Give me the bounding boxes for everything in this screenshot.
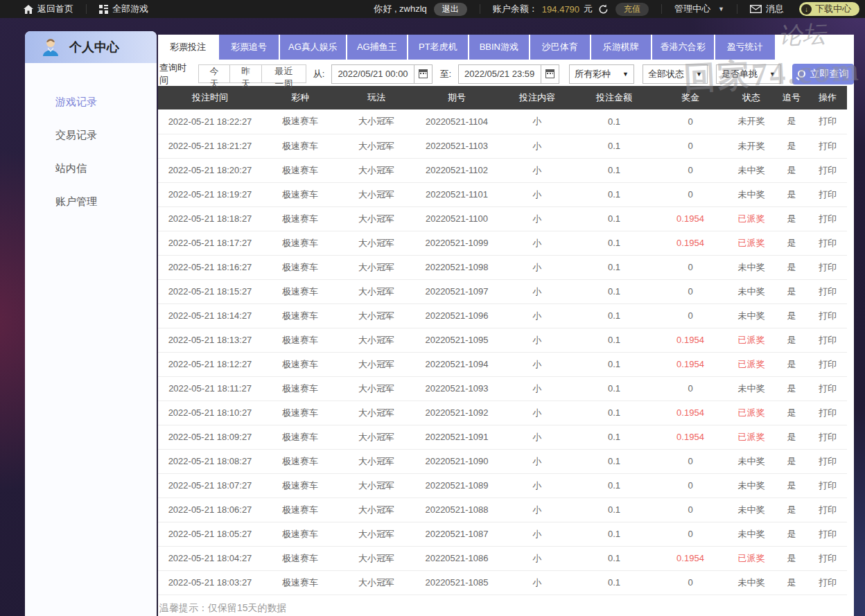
issue-number: 20220521-1089 <box>414 473 499 498</box>
print-link[interactable]: 打印 <box>808 546 847 570</box>
prize-amount: 0 <box>653 109 728 134</box>
home-link[interactable]: 返回首页 <box>24 3 73 15</box>
refresh-icon[interactable] <box>598 4 609 15</box>
print-link[interactable]: 打印 <box>808 206 847 231</box>
bet-time: 2022-05-21 18:15:27 <box>158 279 262 303</box>
print-link[interactable]: 打印 <box>808 401 847 425</box>
filter-select[interactable]: 所有彩种▼ <box>569 64 634 84</box>
table-header-row: 投注时间彩种玩法期号投注内容投注金额奖金状态追号操作 <box>158 86 847 109</box>
play-type: 大小冠军 <box>338 473 414 498</box>
admin-center-menu[interactable]: 管理中心 ▼ <box>674 3 724 15</box>
lottery-type: 极速赛车 <box>262 401 338 425</box>
topbar-divider <box>86 4 87 14</box>
lottery-type: 极速赛车 <box>262 134 338 158</box>
bet-content: 小 <box>499 401 575 425</box>
status-badge: 已派奖 <box>728 401 775 425</box>
lottery-type: 极速赛车 <box>262 328 338 352</box>
print-link[interactable]: 打印 <box>808 255 847 279</box>
prize-amount: 0 <box>653 473 728 498</box>
tab-item[interactable]: AG捕鱼王 <box>347 35 407 60</box>
date-to-calendar-button[interactable] <box>541 65 559 83</box>
sidebar-item[interactable]: 账户管理 <box>25 185 157 218</box>
download-center-button[interactable]: ↓ 下载中心 <box>799 2 859 16</box>
search-button[interactable]: 立即查询 <box>792 64 854 85</box>
date-from-input[interactable]: 2022/05/21 00:00 <box>332 69 414 79</box>
quick-range-button[interactable]: 今天 <box>198 64 231 83</box>
status-badge: 未中奖 <box>728 522 775 546</box>
prize-amount: 0 <box>653 570 728 595</box>
play-type: 大小冠军 <box>338 425 414 449</box>
tab-item[interactable]: 乐游棋牌 <box>591 35 651 60</box>
bet-amount: 0.1 <box>575 231 653 255</box>
filter-select[interactable]: 是否单挑▼ <box>716 64 781 84</box>
search-icon <box>798 70 805 78</box>
logout-button[interactable]: 退出 <box>434 3 467 16</box>
chase-flag: 是 <box>775 231 808 255</box>
issue-number: 20220521-1098 <box>414 255 499 279</box>
recharge-button[interactable]: 充值 <box>615 3 649 16</box>
print-link[interactable]: 打印 <box>808 182 847 206</box>
quick-range-button[interactable]: 最近一周 <box>262 64 306 83</box>
chase-flag: 是 <box>775 449 808 473</box>
tab-active[interactable]: 彩票投注 <box>158 35 218 60</box>
status-badge: 未开奖 <box>728 134 775 158</box>
tab-item[interactable]: 沙巴体育 <box>530 35 590 60</box>
print-link[interactable]: 打印 <box>808 328 847 352</box>
chase-flag: 是 <box>775 255 808 279</box>
print-link[interactable]: 打印 <box>808 425 847 449</box>
tab-item[interactable]: 香港六合彩 <box>652 35 714 60</box>
chase-flag: 是 <box>775 546 808 570</box>
date-to-input[interactable]: 2022/05/21 23:59 <box>459 69 541 79</box>
quick-range-button[interactable]: 昨天 <box>230 64 262 83</box>
messages-link[interactable]: 消息 <box>750 3 784 15</box>
prize-amount: 0.1954 <box>653 352 728 376</box>
print-link[interactable]: 打印 <box>808 303 847 328</box>
tab-item[interactable]: 彩票追号 <box>219 35 279 60</box>
print-link[interactable]: 打印 <box>808 158 847 182</box>
all-games-link[interactable]: 全部游戏 <box>99 3 148 15</box>
prize-amount: 0 <box>653 376 728 401</box>
print-link[interactable]: 打印 <box>808 522 847 546</box>
lottery-type: 极速赛车 <box>262 570 338 595</box>
date-from-calendar-button[interactable] <box>414 65 432 83</box>
prize-amount: 0.1954 <box>653 425 728 449</box>
bet-amount: 0.1 <box>575 303 653 328</box>
tabs: 彩票投注彩票追号AG真人娱乐AG捕鱼王PT老虎机BBIN游戏沙巴体育乐游棋牌香港… <box>158 35 854 60</box>
print-link[interactable]: 打印 <box>808 376 847 401</box>
print-link[interactable]: 打印 <box>808 279 847 303</box>
status-badge: 已派奖 <box>728 328 775 352</box>
tab-item[interactable]: AG真人娱乐 <box>280 35 346 60</box>
prize-amount: 0 <box>653 279 728 303</box>
status-badge: 未中奖 <box>728 376 775 401</box>
filter-select[interactable]: 全部状态▼ <box>643 64 708 84</box>
print-link[interactable]: 打印 <box>808 473 847 498</box>
tab-item[interactable]: 盈亏统计 <box>715 35 775 60</box>
envelope-icon <box>750 5 762 13</box>
topbar: 返回首页 全部游戏 你好 , zwhzlq 退出 账户余额： 194.4790 … <box>0 0 865 18</box>
lottery-type: 极速赛车 <box>262 376 338 401</box>
filter-select-value: 所有彩种 <box>575 68 611 80</box>
tab-item[interactable]: PT老虎机 <box>408 35 468 60</box>
print-link[interactable]: 打印 <box>808 352 847 376</box>
print-link[interactable]: 打印 <box>808 134 847 158</box>
print-link[interactable]: 打印 <box>808 449 847 473</box>
sidebar-item[interactable]: 站内信 <box>25 152 157 185</box>
print-link[interactable]: 打印 <box>808 231 847 255</box>
table-header-cell: 操作 <box>808 86 847 109</box>
status-badge: 未中奖 <box>728 182 775 206</box>
sidebar-item[interactable]: 交易记录 <box>25 118 157 152</box>
bet-time: 2022-05-21 18:12:27 <box>158 352 262 376</box>
date-from-group: 2022/05/21 00:00 <box>331 64 432 84</box>
bet-content: 小 <box>499 182 575 206</box>
tab-item[interactable]: BBIN游戏 <box>469 35 529 60</box>
lottery-type: 极速赛车 <box>262 182 338 206</box>
print-link[interactable]: 打印 <box>808 498 847 522</box>
print-link[interactable]: 打印 <box>808 109 847 134</box>
print-link[interactable]: 打印 <box>808 570 847 595</box>
lottery-type: 极速赛车 <box>262 303 338 328</box>
issue-number: 20220521-1099 <box>414 231 499 255</box>
play-type: 大小冠军 <box>338 522 414 546</box>
sidebar-item[interactable]: 游戏记录 <box>25 85 157 118</box>
chase-flag: 是 <box>775 328 808 352</box>
lottery-type: 极速赛车 <box>262 473 338 498</box>
